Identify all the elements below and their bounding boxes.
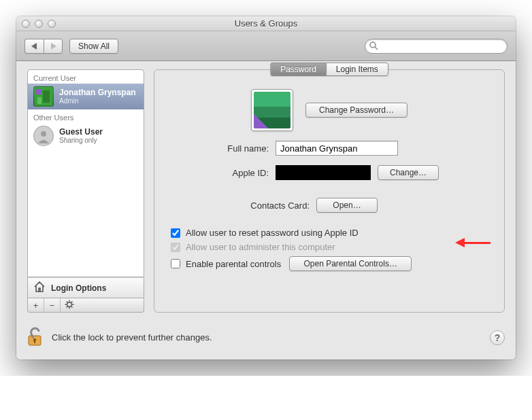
tab-password[interactable]: Password bbox=[270, 63, 326, 76]
svg-rect-6 bbox=[43, 90, 50, 103]
back-button[interactable] bbox=[24, 39, 44, 54]
contacts-card-label: Contacts Card: bbox=[167, 200, 310, 211]
user-name: Jonathan Grynspan bbox=[59, 88, 136, 98]
open-parental-controls-button[interactable]: Open Parental Controls… bbox=[289, 256, 412, 271]
svg-line-15 bbox=[71, 306, 73, 307]
gear-icon bbox=[65, 300, 74, 311]
allow-admin-row: Allow user to administer this computer bbox=[171, 242, 492, 252]
toolbar: Show All bbox=[16, 31, 516, 61]
remove-user-button[interactable]: − bbox=[44, 298, 61, 312]
prefs-window: Users & Groups Show All Current User bbox=[16, 16, 516, 360]
window-title: Users & Groups bbox=[16, 18, 516, 29]
sidebar-header-current: Current User bbox=[28, 70, 144, 84]
parental-label: Enable parental controls bbox=[186, 259, 281, 269]
open-contacts-card-button[interactable]: Open… bbox=[316, 198, 378, 213]
show-all-button[interactable]: Show All bbox=[69, 39, 118, 54]
titlebar: Users & Groups bbox=[16, 16, 516, 31]
apple-id-field[interactable] bbox=[276, 165, 371, 180]
svg-point-2 bbox=[370, 42, 376, 48]
user-picture[interactable] bbox=[251, 89, 293, 131]
avatar-guest-icon bbox=[33, 126, 54, 146]
svg-marker-1 bbox=[51, 43, 56, 50]
lock-text: Click the lock to prevent further change… bbox=[52, 332, 212, 343]
apple-id-label: Apple ID: bbox=[167, 168, 269, 178]
content: Current User Jonathan Grynspan bbox=[16, 61, 516, 360]
forward-button[interactable] bbox=[44, 39, 63, 54]
add-user-button[interactable]: + bbox=[28, 298, 44, 312]
svg-rect-7 bbox=[37, 97, 41, 104]
user-sidebar: Current User Jonathan Grynspan bbox=[27, 69, 144, 313]
annotation-arrow bbox=[455, 238, 491, 247]
nav-segment bbox=[24, 39, 63, 54]
svg-point-9 bbox=[67, 302, 71, 306]
allow-reset-checkbox[interactable] bbox=[171, 228, 180, 238]
search-input[interactable] bbox=[365, 39, 508, 54]
actions-button[interactable] bbox=[61, 298, 144, 312]
svg-point-8 bbox=[41, 131, 46, 137]
user-row-current[interactable]: Jonathan Grynspan Admin bbox=[28, 84, 144, 109]
tab-login-items[interactable]: Login Items bbox=[326, 63, 388, 76]
toolbar-search[interactable] bbox=[365, 39, 508, 54]
svg-line-14 bbox=[67, 301, 68, 302]
user-role: Sharing only bbox=[59, 137, 103, 144]
login-options-row[interactable]: Login Options bbox=[27, 277, 144, 298]
user-picture-image bbox=[254, 92, 290, 128]
svg-rect-20 bbox=[34, 340, 35, 343]
parental-row[interactable]: Enable parental controls bbox=[171, 259, 281, 269]
tab-bar: Password Login Items bbox=[270, 63, 388, 76]
full-name-label: Full name: bbox=[167, 143, 269, 154]
svg-rect-5 bbox=[36, 89, 41, 94]
svg-line-3 bbox=[375, 47, 378, 50]
avatar bbox=[33, 86, 54, 107]
user-list: Current User Jonathan Grynspan bbox=[27, 69, 144, 277]
user-name: Guest User bbox=[59, 128, 103, 137]
user-row-guest[interactable]: Guest User Sharing only bbox=[28, 123, 144, 149]
allow-reset-row[interactable]: Allow user to reset password using Apple… bbox=[171, 228, 492, 238]
svg-line-16 bbox=[71, 301, 73, 302]
svg-line-17 bbox=[67, 306, 68, 307]
allow-reset-label: Allow user to reset password using Apple… bbox=[186, 228, 359, 238]
lock-icon[interactable] bbox=[27, 326, 45, 349]
footer: Click the lock to prevent further change… bbox=[27, 326, 505, 349]
details-pane: Password Login Items Change Password… Fu… bbox=[154, 69, 505, 313]
sidebar-controls: + − bbox=[27, 298, 144, 313]
user-role: Admin bbox=[59, 97, 136, 105]
parental-checkbox[interactable] bbox=[171, 259, 180, 268]
change-apple-id-button[interactable]: Change… bbox=[378, 165, 439, 180]
login-options-label: Login Options bbox=[51, 283, 106, 293]
full-name-field[interactable] bbox=[276, 141, 398, 156]
allow-admin-checkbox bbox=[171, 243, 180, 252]
allow-admin-label: Allow user to administer this computer bbox=[186, 242, 335, 252]
help-button[interactable]: ? bbox=[490, 330, 505, 345]
search-icon bbox=[369, 41, 378, 52]
change-password-button[interactable]: Change Password… bbox=[305, 103, 408, 118]
home-icon bbox=[33, 281, 46, 295]
sidebar-header-other: Other Users bbox=[28, 109, 144, 123]
svg-marker-0 bbox=[31, 43, 37, 50]
